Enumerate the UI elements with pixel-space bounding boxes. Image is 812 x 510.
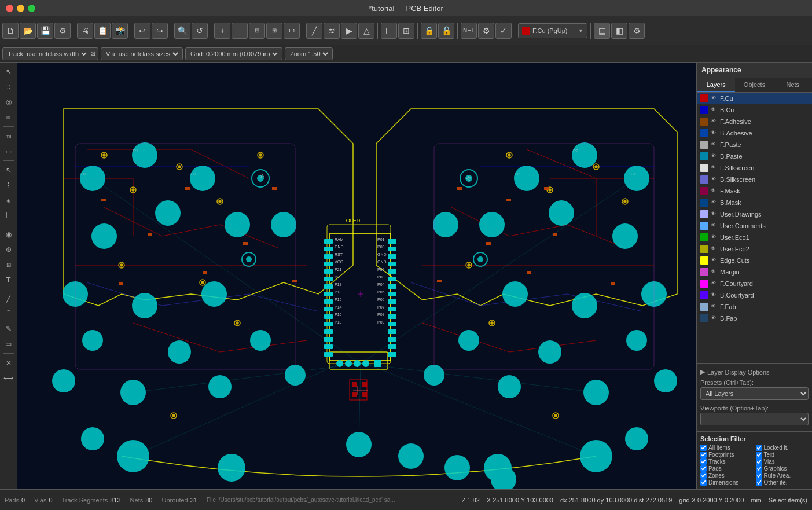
layer-visibility-icon[interactable]: 👁 xyxy=(711,130,718,137)
contrast-button[interactable]: ◧ xyxy=(611,23,627,39)
find-button[interactable]: 🔍 xyxy=(174,23,190,39)
zone-tool-button[interactable]: ▭ xyxy=(2,337,16,351)
sel-filter-checkbox-pads[interactable] xyxy=(700,465,707,472)
settings-button[interactable]: ⚙ xyxy=(629,23,645,39)
layer-visibility-icon[interactable]: 👁 xyxy=(711,234,718,241)
layer-visibility-icon[interactable]: 👁 xyxy=(711,199,718,206)
layer-item-b-silkscreen[interactable]: 👁B.Silkscreen xyxy=(697,174,812,185)
pcb-canvas-area[interactable]: OLED RAM GND RST VCC P21 P20 P19 P18 P15… xyxy=(17,63,696,489)
sel-filter-checkbox-vias[interactable] xyxy=(756,458,762,465)
tab-layers[interactable]: Layers xyxy=(697,78,735,92)
zoom-out-button[interactable]: − xyxy=(232,23,248,39)
layer-item-b-cu[interactable]: 👁B.Cu xyxy=(697,104,812,116)
layer-visibility-icon[interactable]: 👁 xyxy=(711,141,718,148)
measure-tool-button[interactable]: ⊢ xyxy=(2,208,16,222)
pcb-canvas[interactable]: OLED RAM GND RST VCC P21 P20 P19 P18 P15… xyxy=(17,63,696,489)
sel-filter-checkbox-zones[interactable] xyxy=(700,472,707,479)
zoom-select[interactable]: Zoom 1.50 xyxy=(288,50,330,58)
route-track-button[interactable]: ╱ xyxy=(306,23,322,39)
layer-item-b-adhesive[interactable]: 👁B.Adhesive xyxy=(697,127,812,139)
sel-filter-checkbox-text[interactable] xyxy=(756,452,762,458)
grid-selector[interactable]: Grid: 0.2000 mm (0.0079 in) xyxy=(185,47,282,60)
layer-item-f-fab[interactable]: 👁F.Fab xyxy=(697,301,812,313)
layer-item-user-eco2[interactable]: 👁User.Eco2 xyxy=(697,243,812,255)
layer-item-margin[interactable]: 👁Margin xyxy=(697,266,812,278)
route-diff-button[interactable]: ≋ xyxy=(324,23,340,39)
arc-tool-button[interactable]: ⌒ xyxy=(2,307,16,321)
layer-visibility-icon[interactable]: 👁 xyxy=(711,95,718,102)
tab-objects[interactable]: Objects xyxy=(735,78,773,92)
track-width-select[interactable]: Track: use netclass width xyxy=(5,50,89,58)
layer-item-b-paste[interactable]: 👁B.Paste xyxy=(697,151,812,162)
layer-visibility-icon[interactable]: 👁 xyxy=(711,176,718,183)
zoom-orig-button[interactable]: 1:1 xyxy=(284,23,300,39)
via-size-select[interactable]: Via: use netclass sizes xyxy=(104,50,180,58)
line-tool-button[interactable]: ╱ xyxy=(2,292,16,306)
new-button[interactable]: 🗋 xyxy=(2,23,19,39)
layer-visibility-icon[interactable]: 👁 xyxy=(711,257,718,264)
pad-arrow-button[interactable]: ▶ xyxy=(341,23,357,39)
text-tool-button[interactable]: T xyxy=(2,273,16,287)
netinspector-button[interactable]: NET xyxy=(461,23,477,39)
print-button[interactable]: 🖨 xyxy=(77,23,93,39)
grid-toggle-button[interactable]: ⁚⁚ xyxy=(2,80,16,94)
zoom-area-button[interactable]: ⊞ xyxy=(266,23,282,39)
layer-visibility-icon[interactable]: 👁 xyxy=(711,118,718,125)
measure-button[interactable]: ⊢ xyxy=(381,23,397,39)
layer-item-user-drawings[interactable]: 👁User.Drawings xyxy=(697,208,812,220)
sel-filter-checkbox-graphics[interactable] xyxy=(756,465,762,472)
undo-button[interactable]: ↩ xyxy=(134,23,150,39)
footprint-tool-button[interactable]: ⊞ xyxy=(2,258,16,271)
sel-filter-checkbox-tracks[interactable] xyxy=(700,458,707,465)
viewports-select[interactable] xyxy=(700,413,809,425)
lock-button[interactable]: 🔒 xyxy=(421,23,437,39)
layer-selector[interactable]: F.Cu (PgUp) ▼ xyxy=(518,23,587,38)
layer-item-edge-cuts[interactable]: 👁Edge.Cuts xyxy=(697,255,812,266)
sel-filter-checkbox-footprints[interactable] xyxy=(700,452,707,458)
layer-item-f-courtyard[interactable]: 👁F.Courtyard xyxy=(697,278,812,289)
polar-coords-button[interactable]: ◎ xyxy=(2,95,16,109)
sel-filter-checkbox-rule-areas[interactable] xyxy=(756,472,762,479)
layer-visibility-icon[interactable]: 👁 xyxy=(711,211,718,218)
via-size-selector[interactable]: Via: use netclass sizes xyxy=(101,47,183,60)
layer-visibility-icon[interactable]: 👁 xyxy=(711,269,718,276)
layer-visibility-icon[interactable]: 👁 xyxy=(711,245,718,252)
display-mode-button[interactable]: ▤ xyxy=(594,23,610,39)
edit-tool-button[interactable]: ✎ xyxy=(2,322,16,336)
track-width-selector[interactable]: Track: use netclass width ⊠ xyxy=(2,47,98,60)
mil-button[interactable]: mil xyxy=(2,129,16,143)
layer-item-b-courtyard[interactable]: 👁B.Courtyard xyxy=(697,289,812,301)
place-pad-button[interactable]: △ xyxy=(358,23,374,39)
grid-select[interactable]: Grid: 0.2000 mm (0.0079 in) xyxy=(188,50,280,58)
zoom-fit-button[interactable]: ⊡ xyxy=(249,23,265,39)
layer-visibility-icon[interactable]: 👁 xyxy=(711,107,718,113)
layer-item-f-silkscreen[interactable]: 👁F.Silkscreen xyxy=(697,162,812,174)
maximize-button[interactable] xyxy=(28,5,35,12)
layer-item-f-paste[interactable]: 👁F.Paste xyxy=(697,139,812,151)
layer-visibility-icon[interactable]: 👁 xyxy=(711,164,718,171)
drc-button[interactable]: ✓ xyxy=(495,23,512,39)
layer-item-b-mask[interactable]: 👁B.Mask xyxy=(697,197,812,208)
layer-visibility-icon[interactable]: 👁 xyxy=(711,303,718,310)
layer-item-user-eco1[interactable]: 👁User.Eco1 xyxy=(697,232,812,243)
flip-tool-button[interactable]: ⟷ xyxy=(2,371,16,385)
sel-filter-checkbox-other-items[interactable] xyxy=(756,479,762,486)
custom-shape-button[interactable]: ◈ xyxy=(2,193,16,207)
board-setup-button[interactable]: ⚙ xyxy=(478,23,494,39)
layer-visibility-icon[interactable]: 👁 xyxy=(711,222,718,229)
select-tool-button[interactable]: ↖ xyxy=(2,65,16,79)
add-footprint-button[interactable]: ⊞ xyxy=(398,23,414,39)
presets-select[interactable]: All Layers Front Layers Back Layers Inne… xyxy=(700,387,809,400)
screenshot-button[interactable]: 📸 xyxy=(112,23,128,39)
sel-filter-checkbox-all-items[interactable] xyxy=(700,445,707,451)
sel-filter-checkbox-locked-items[interactable] xyxy=(756,445,762,451)
pad-tool-button[interactable]: ◉ xyxy=(2,228,16,241)
delete-tool-button[interactable]: ✕ xyxy=(2,356,16,370)
zoom-selector[interactable]: Zoom 1.50 xyxy=(285,47,333,60)
close-button[interactable] xyxy=(6,5,13,12)
route-tool-button[interactable]: ⌇ xyxy=(2,178,16,192)
mm-button[interactable]: mm xyxy=(2,144,16,158)
gerber-button[interactable]: ⚙ xyxy=(54,23,71,39)
tab-nets[interactable]: Nets xyxy=(774,78,812,92)
redo-button[interactable]: ↪ xyxy=(152,23,168,39)
